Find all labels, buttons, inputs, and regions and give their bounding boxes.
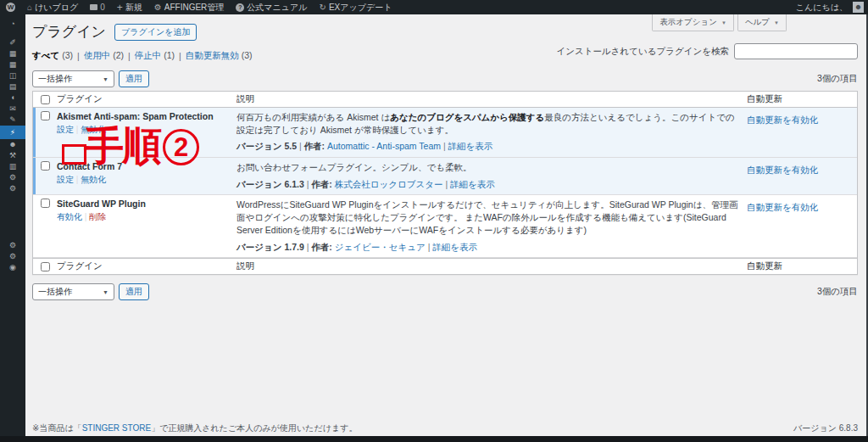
- bulk-action-value: 一括操作: [38, 73, 72, 85]
- media-icon[interactable]: ▦: [0, 48, 25, 59]
- tag-manager-icon[interactable]: ⚙: [0, 183, 25, 194]
- main-content: 表示オプション ▼ ヘルプ ▼ プラグイン プラグインを追加 すべて (3) |…: [25, 14, 868, 436]
- comments-bubble-icon: [90, 4, 97, 10]
- chevron-down-icon: ▼: [774, 20, 779, 25]
- screen-options-button[interactable]: 表示オプション ▼: [652, 14, 734, 31]
- deactivate-link[interactable]: 無効化: [81, 175, 106, 184]
- annotation-highlight-box: [62, 144, 86, 165]
- enable-auto-update-link[interactable]: 自動更新を有効化: [747, 115, 818, 125]
- help-button[interactable]: ヘルプ ▼: [737, 14, 787, 31]
- select-all-checkbox[interactable]: [41, 95, 50, 104]
- wp-logo-menu[interactable]: W: [0, 0, 21, 14]
- admin-bar: W ⌂ けいブログ 0 + 新規 ⚙ AFFINGER管理 ? 公式マニュアル …: [0, 0, 868, 14]
- plugin-description: お問い合わせフォームプラグイン。シンプル、でも柔軟。: [236, 161, 738, 174]
- enable-auto-update-link[interactable]: 自動更新を有効化: [747, 165, 818, 175]
- pages-icon[interactable]: ▤: [0, 81, 25, 92]
- posts-icon[interactable]: ✐: [0, 37, 25, 48]
- affinger-icon[interactable]: ⚙: [0, 172, 25, 183]
- author-link[interactable]: 株式会社ロックロブスター: [335, 179, 443, 189]
- users-icon[interactable]: ☻: [0, 139, 25, 150]
- siteguard-icon[interactable]: ⚙: [0, 240, 25, 251]
- items-count: 3個の項目: [817, 73, 858, 85]
- greeting-label: こんにちは、: [796, 2, 848, 14]
- filter-inactive[interactable]: 停止中 (1): [135, 50, 175, 62]
- select-all-checkbox[interactable]: [41, 262, 50, 271]
- user-avatar[interactable]: ☻: [853, 2, 864, 13]
- view-details-link[interactable]: 詳細を表示: [432, 242, 477, 252]
- sidebar-menu: ◔✐▦▦◫▤◖✉✎⚡☻⚒▥⚙⚙⚙⚙◉: [0, 14, 25, 436]
- apply-button-bottom[interactable]: 適用: [119, 283, 149, 300]
- view-details-link[interactable]: 詳細を表示: [450, 179, 495, 189]
- bulk-action-value: 一括操作: [38, 286, 72, 298]
- site-name-label: けいブログ: [35, 2, 78, 14]
- plugins-icon[interactable]: ⚡: [0, 126, 25, 139]
- author-link[interactable]: ジェイビー・セキュア: [335, 242, 426, 252]
- blocks-icon[interactable]: ▦: [0, 59, 25, 70]
- tools-icon[interactable]: ⚒: [0, 150, 25, 161]
- new-label: 新規: [125, 2, 142, 14]
- filter-separator: |: [77, 51, 80, 61]
- column-header-plugin[interactable]: プラグイン: [57, 90, 236, 109]
- ex-update-menu[interactable]: ↻ EXアップデート: [314, 0, 398, 14]
- column-footer-plugin: プラグイン: [57, 257, 236, 277]
- search-plugins-input[interactable]: [734, 43, 858, 59]
- comments-icon[interactable]: ◖: [0, 92, 25, 104]
- ex-update-label: EXアップデート: [329, 2, 392, 14]
- apply-button[interactable]: 適用: [119, 70, 149, 87]
- ex-settings-icon[interactable]: ⚙: [0, 251, 25, 262]
- select-chevron-icon: ▼: [103, 289, 108, 295]
- activate-link[interactable]: 有効化: [57, 212, 82, 221]
- bulk-action-select-bottom[interactable]: 一括操作 ▼: [32, 283, 114, 300]
- bulk-actions-bottom: 一括操作 ▼ 適用 3個の項目: [32, 283, 858, 300]
- page-title: プラグイン: [32, 22, 106, 42]
- table-header-row: プラグイン 説明 自動更新: [33, 92, 857, 108]
- official-manual-menu[interactable]: ? 公式マニュアル: [230, 0, 313, 14]
- author-link[interactable]: Automattic - Anti-spam Team: [327, 141, 441, 151]
- window-bottom-bar: [0, 436, 868, 442]
- wp-version-label: バージョン 6.8.3: [793, 422, 858, 434]
- filter-separator: |: [179, 51, 181, 61]
- select-chevron-icon: ▼: [103, 76, 108, 82]
- contact-icon[interactable]: ✉: [0, 104, 25, 115]
- question-icon: ?: [236, 3, 244, 12]
- filter-auto-update-disabled[interactable]: 自動更新無効 (3): [186, 50, 253, 62]
- plugin-version: バージョン 6.1.3: [236, 179, 304, 189]
- row-checkbox[interactable]: [41, 111, 50, 120]
- appearance-icon[interactable]: ✎: [0, 115, 25, 126]
- site-name-menu[interactable]: ⌂ けいブログ: [21, 0, 84, 14]
- dashboard-icon[interactable]: ◔: [0, 19, 25, 30]
- settings-link[interactable]: 設定: [57, 125, 74, 134]
- delete-link[interactable]: 削除: [89, 212, 106, 221]
- annotation-step-label: 手順 2: [84, 125, 199, 165]
- row-checkbox[interactable]: [41, 161, 50, 171]
- view-details-link[interactable]: 詳細を表示: [448, 141, 493, 151]
- plugin-description: WordPressにSiteGuard WP Pluginをインストールするだけ…: [236, 199, 738, 236]
- affinger-admin-menu[interactable]: ⚙ AFFINGER管理: [148, 0, 231, 14]
- stinger-store-link[interactable]: STINGER STORE: [82, 423, 152, 433]
- settings-icon[interactable]: ▥: [0, 161, 25, 172]
- update-icon: ↻: [320, 3, 326, 12]
- annotation-circled-number: 2: [163, 129, 199, 165]
- filter-all[interactable]: すべて (3): [32, 50, 73, 62]
- table-row: SiteGuard WP Plugin 有効化 | 削除 WordPressにS…: [33, 195, 857, 258]
- enable-auto-update-link[interactable]: 自動更新を有効化: [747, 202, 818, 212]
- settings-link[interactable]: 設定: [57, 175, 74, 184]
- bulk-action-select[interactable]: 一括操作 ▼: [32, 70, 114, 87]
- help-label: ヘルプ: [745, 17, 770, 28]
- gear-icon: ⚙: [154, 3, 162, 12]
- collapse-menu-icon[interactable]: ◉: [0, 262, 25, 273]
- column-footer-auto-update: 自動更新: [747, 257, 857, 277]
- row-checkbox[interactable]: [41, 199, 50, 208]
- comments-menu[interactable]: 0: [84, 0, 111, 14]
- column-header-description: 説明: [236, 90, 747, 109]
- plugin-version: バージョン 1.7.9: [236, 242, 304, 252]
- search-plugins-label: インストールされているプラグインを検索: [557, 46, 729, 58]
- new-content-menu[interactable]: + 新規: [111, 0, 148, 14]
- translate-icon[interactable]: ◫: [0, 70, 25, 81]
- plugin-name: SiteGuard WP Plugin: [57, 199, 231, 209]
- add-plugin-button[interactable]: プラグインを追加: [114, 24, 197, 41]
- comments-count: 0: [100, 3, 105, 12]
- filter-active[interactable]: 使用中 (2): [84, 50, 124, 62]
- filter-separator: |: [128, 51, 131, 61]
- wordpress-admin-plugins-page: W ⌂ けいブログ 0 + 新規 ⚙ AFFINGER管理 ? 公式マニュアル …: [0, 0, 868, 442]
